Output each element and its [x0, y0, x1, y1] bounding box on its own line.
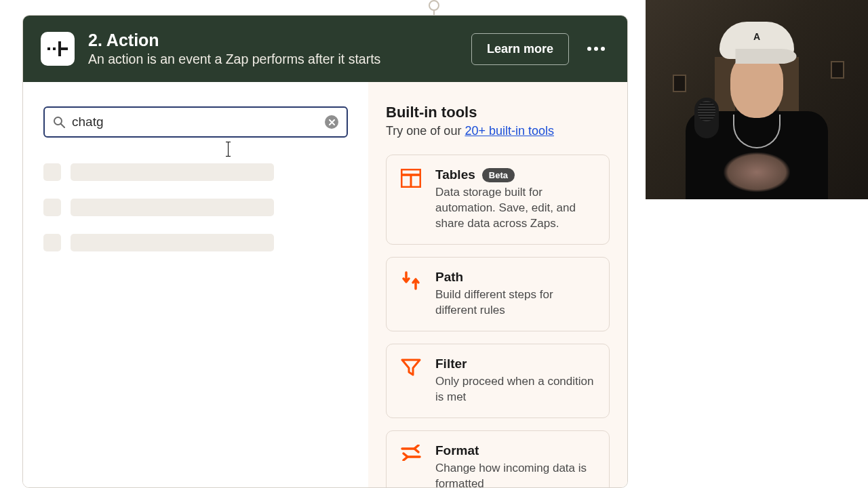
tool-desc: Data storage built for automation. Save,…	[435, 185, 595, 232]
skeleton-row	[43, 199, 348, 216]
tools-sub-prefix: Try one of our	[386, 124, 465, 138]
builtin-tools-column: Built-in tools Try one of our 20+ built-…	[368, 82, 627, 487]
svg-line-8	[61, 124, 64, 127]
flow-connector	[426, 0, 442, 15]
panel-title: 2. Action	[88, 30, 458, 50]
tool-card-tables[interactable]: Tables Beta Data storage built for autom…	[386, 155, 610, 245]
skeleton-row	[43, 163, 348, 181]
app-search-column	[23, 82, 368, 487]
builtin-tools-link[interactable]: 20+ built-in tools	[465, 124, 554, 138]
search-icon	[53, 116, 65, 128]
action-step-panel: 2. Action An action is an event a Zap pe…	[22, 15, 628, 488]
tool-title: Path	[435, 270, 463, 285]
svg-point-6	[601, 47, 605, 51]
tools-subheading: Try one of our 20+ built-in tools	[386, 124, 610, 138]
tool-title: Format	[435, 443, 479, 458]
close-icon	[329, 119, 335, 125]
tables-icon	[400, 167, 422, 189]
panel-header: 2. Action An action is an event a Zap pe…	[23, 16, 627, 82]
tool-desc: Build different steps for different rule…	[435, 287, 595, 319]
search-results-loading	[43, 163, 348, 251]
beta-badge: Beta	[482, 168, 515, 182]
format-icon	[400, 443, 422, 465]
svg-rect-3	[58, 47, 68, 50]
panel-subtitle: An action is an event a Zap performs aft…	[88, 52, 458, 67]
svg-rect-1	[53, 47, 56, 50]
tool-card-path[interactable]: Path Build different steps for different…	[386, 257, 610, 331]
webcam-overlay: A	[646, 0, 868, 199]
learn-more-button[interactable]: Learn more	[471, 33, 569, 65]
tool-title: Tables	[435, 167, 475, 182]
more-menu-button[interactable]	[583, 47, 610, 51]
svg-rect-0	[47, 47, 50, 50]
search-input[interactable]	[65, 115, 325, 129]
clear-search-button[interactable]	[325, 115, 338, 129]
search-field-wrap[interactable]	[43, 106, 348, 138]
filter-icon	[400, 357, 422, 378]
svg-point-4	[587, 47, 591, 51]
svg-point-5	[594, 47, 598, 51]
action-step-icon	[41, 32, 75, 66]
tools-heading: Built-in tools	[386, 104, 610, 121]
tool-title: Filter	[435, 357, 467, 371]
tool-card-filter[interactable]: Filter Only proceed when a condition is …	[386, 344, 610, 418]
tool-desc: Change how incoming data is formatted	[435, 461, 595, 488]
tool-desc: Only proceed when a condition is met	[435, 374, 595, 405]
tool-card-format[interactable]: Format Change how incoming data is forma…	[386, 430, 610, 488]
text-cursor-icon	[228, 142, 229, 157]
skeleton-row	[43, 234, 348, 251]
path-icon	[400, 270, 422, 291]
